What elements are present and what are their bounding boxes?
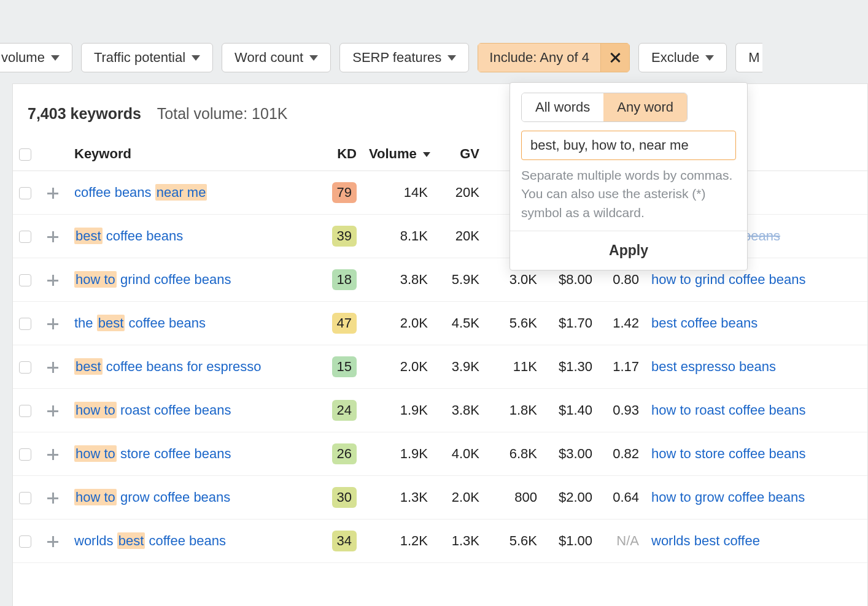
cps-value: N/A [599, 520, 645, 563]
row-checkbox[interactable] [19, 187, 31, 199]
row-checkbox[interactable] [19, 361, 31, 374]
table-row: how to roast coffee beans241.9K3.8K1.8K$… [13, 389, 867, 432]
filter-serp-features[interactable]: SERP features [339, 43, 469, 72]
filter-word-count-label: Word count [234, 50, 303, 66]
col-kd[interactable]: KD [314, 137, 363, 171]
gv-value: 4.5K [434, 302, 486, 345]
filter-include-label[interactable]: Include: Any of 4 [478, 43, 601, 72]
filter-include-chip: Include: Any of 4 [478, 43, 630, 72]
gv-value: 5.9K [434, 258, 486, 302]
keyword-link[interactable]: how to grow coffee beans [74, 489, 230, 505]
expand-icon[interactable] [47, 231, 58, 242]
row-checkbox[interactable] [19, 405, 31, 417]
parent-topic-link[interactable]: how to roast coffee beans [651, 402, 806, 418]
filter-volume[interactable]: volume [0, 43, 72, 72]
volume-value: 2.0K [363, 302, 434, 345]
volume-value: 1.2K [363, 520, 434, 563]
row-checkbox[interactable] [19, 318, 31, 330]
row-checkbox[interactable] [19, 231, 31, 243]
parent-topic-link[interactable]: how to store coffee beans [651, 446, 806, 461]
cpc-value: $1.00 [543, 520, 599, 563]
volume-value: 8.1K [363, 215, 434, 258]
gv-value: 20K [434, 171, 486, 215]
match-tabs: ms match Phrase match [0, 0, 868, 10]
filter-traffic-potential-label: Traffic potential [94, 50, 185, 66]
gv-value: 4.0K [434, 432, 486, 476]
expand-icon[interactable] [47, 275, 58, 286]
keyword-link[interactable]: best coffee beans [74, 228, 183, 244]
cps-value: 1.42 [599, 302, 645, 345]
expand-icon[interactable] [47, 405, 58, 416]
segment-all-words[interactable]: All words [522, 93, 603, 121]
cps-value: 0.64 [599, 476, 645, 520]
volume-value: 2.0K [363, 345, 434, 389]
select-all-checkbox[interactable] [19, 148, 31, 161]
kd-badge: 79 [332, 182, 357, 203]
col-gv[interactable]: GV [434, 137, 486, 171]
gv-value: 1.3K [434, 520, 486, 563]
col-volume-label: Volume [369, 146, 417, 161]
filter-traffic-potential[interactable]: Traffic potential [81, 43, 213, 72]
keyword-link[interactable]: how to grind coffee beans [74, 271, 231, 288]
cps-value: N/A [616, 533, 639, 548]
kd-badge: 34 [332, 531, 357, 551]
cps-value: 0.82 [599, 432, 645, 476]
gv-value: 3.9K [434, 345, 486, 389]
segment-any-word[interactable]: Any word [603, 93, 687, 121]
parent-topic-link[interactable]: best espresso beans [651, 359, 776, 374]
row-checkbox[interactable] [19, 448, 31, 461]
include-popover: All words Any word Separate multiple wor… [510, 82, 748, 270]
col-keyword[interactable]: Keyword [68, 137, 314, 171]
col-volume[interactable]: Volume [363, 137, 434, 171]
row-checkbox[interactable] [19, 492, 31, 504]
expand-icon[interactable] [47, 449, 58, 460]
filter-include-clear[interactable] [601, 43, 630, 72]
gv-value: 20K [434, 215, 486, 258]
parent-topic-link[interactable]: how to grow coffee beans [651, 489, 805, 505]
row-checkbox[interactable] [19, 535, 31, 548]
cpc-value: $1.40 [543, 389, 599, 432]
tp-value: 5.6K [486, 302, 543, 345]
parent-topic-link[interactable]: best coffee beans [651, 315, 758, 331]
filter-serp-features-label: SERP features [352, 50, 441, 66]
filter-volume-label: volume [1, 50, 45, 66]
apply-button[interactable]: Apply [510, 231, 747, 270]
expand-icon[interactable] [47, 536, 58, 547]
volume-value: 1.9K [363, 432, 434, 476]
total-volume: Total volume: 101K [157, 105, 288, 123]
chevron-down-icon [192, 55, 200, 61]
kd-badge: 47 [332, 313, 357, 334]
tp-value: 800 [486, 476, 543, 520]
kd-badge: 15 [332, 356, 357, 377]
expand-icon[interactable] [47, 493, 58, 504]
keyword-link[interactable]: how to roast coffee beans [74, 402, 231, 418]
table-row: the best coffee beans472.0K4.5K5.6K$1.70… [13, 302, 867, 345]
cps-value: 1.17 [599, 345, 645, 389]
filter-more[interactable]: M [735, 43, 762, 72]
include-terms-input[interactable] [521, 131, 736, 160]
row-checkbox[interactable] [19, 274, 31, 286]
keyword-link[interactable]: best coffee beans for espresso [74, 358, 261, 375]
keyword-count: 7,403 keywords [28, 105, 141, 123]
expand-icon[interactable] [47, 318, 58, 329]
keyword-link[interactable]: worlds best coffee beans [74, 532, 226, 549]
volume-value: 1.3K [363, 476, 434, 520]
expand-icon[interactable] [47, 188, 58, 199]
parent-topic-link[interactable]: how to grind coffee beans [651, 272, 806, 287]
keyword-link[interactable]: how to store coffee beans [74, 445, 231, 462]
cps-value: 0.93 [599, 389, 645, 432]
cpc-value: $1.70 [543, 302, 599, 345]
filter-exclude[interactable]: Exclude [638, 43, 727, 72]
keyword-link[interactable]: the best coffee beans [74, 315, 206, 331]
keyword-link[interactable]: coffee beans near me [74, 184, 207, 201]
table-row: how to grow coffee beans301.3K2.0K800$2.… [13, 476, 867, 520]
parent-topic-link[interactable]: worlds best coffee [651, 533, 760, 548]
table-row: worlds best coffee beans341.2K1.3K5.6K$1… [13, 520, 867, 563]
filter-word-count[interactable]: Word count [222, 43, 331, 72]
include-hint-text: Separate multiple words by commas. You c… [510, 166, 747, 231]
filters-row: volume Traffic potential Word count SERP… [0, 10, 868, 83]
filter-more-label: M [748, 50, 759, 66]
expand-icon[interactable] [47, 362, 58, 373]
gv-value: 3.8K [434, 389, 486, 432]
kd-badge: 30 [332, 487, 357, 508]
